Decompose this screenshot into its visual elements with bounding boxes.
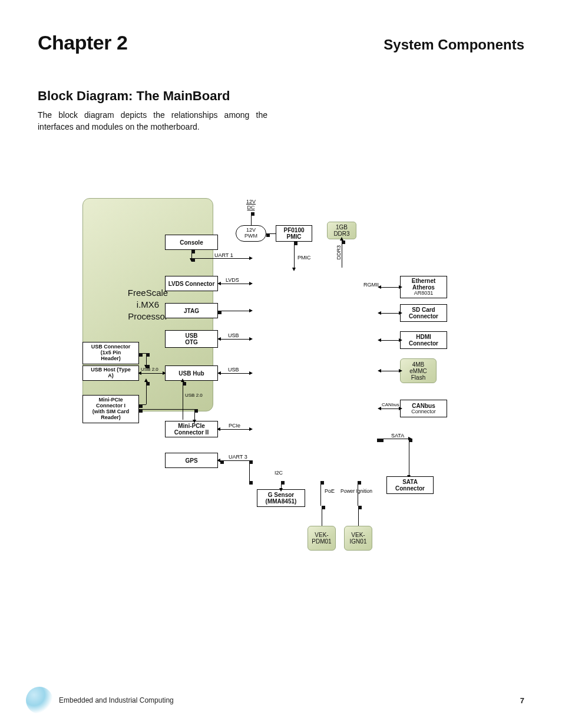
block-diagram: FreeScale i.MX6 Processor 12V DC 12V PWM… [82,198,471,587]
footer-page-number: 7 [520,696,524,705]
arrow-console-uart1-v [191,250,192,258]
arrow-canbus [381,409,399,409]
arrow-mpcie1-right-down [194,409,195,420]
block-12v-dc: 12V DC [240,198,262,212]
label-sata: SATA [391,433,404,439]
arrow-pwm-pmic [266,233,276,234]
arrow-usbhdr-down-v [146,353,147,365]
block-12v-pwm: 12V PWM [236,225,266,242]
footer-left: Embedded and Industrial Computing [26,687,174,714]
arrow-sata-down [409,439,409,475]
page: Chapter 2 System Components Block Diagra… [0,0,562,728]
block-sd-connector: SD Card Connector [400,304,447,322]
label-pmic: PMIC [297,255,311,261]
block-usb-hub: USB Hub [165,365,218,381]
label-canbus: CANbus [382,402,399,407]
arrow-12vdc-pwm [251,212,252,225]
arrow-vek-ign [358,506,359,526]
arrow-usb-hub [221,373,249,374]
label-lvds: LVDS [226,277,239,283]
block-mini-pcie-2: Mini-PCIe Connector II [165,421,218,437]
canbus-name: CANbus [412,403,435,409]
arrow-mpcie1-up-h [139,404,146,405]
arrow-emmc [381,371,399,371]
chapter-subtitle: System Components [384,37,524,53]
eth-name: Ethernet Atheros [412,278,436,291]
arrow-lvds [221,284,249,284]
block-canbus-connector: CANbus Connector [400,400,447,417]
arrow-proc-to-uart3 [249,460,250,481]
block-g-sensor: G Sensor (MMA8451) [257,489,305,507]
body-text: The block diagram depicts the relationsh… [38,110,267,133]
arrow-pmic-proc [294,242,295,268]
label-i2c: I2C [275,470,283,476]
label-pwrign: Power Ignition [340,488,372,494]
footer-text: Embedded and Industrial Computing [59,696,174,704]
eth-sub: AR8031 [414,291,434,297]
block-usb-connector-header: USB Connector (1x5 Pin Header) [82,342,139,364]
label-rgmii: RGMII [363,282,379,288]
block-sata-connector: SATA Connector [386,476,434,494]
arrow-usbhost-hub [141,373,163,374]
header: Chapter 2 System Components [38,21,524,54]
block-emmc: 4MB eMMC Flash [400,358,437,383]
footer-logo-icon [26,687,53,714]
arrow-sata-h [380,439,408,439]
section-title: Block Diagram: The MainBoard [38,88,524,104]
block-mini-pcie-1: Mini-PCIe Connector I (with SIM Card Rea… [82,395,139,423]
label-uart1: UART 1 [214,252,233,258]
label-usb20-b: USB 2.0 [185,393,203,398]
chapter-title: Chapter 2 [38,31,127,54]
arrow-vek-pdm [322,506,322,526]
block-usb-otg: USB OTG [165,330,218,348]
arrow-ddr3-proc [342,241,342,268]
label-usb20-a: USB 2.0 [141,367,158,372]
block-usb-host-typea: USB Host (Type A) [82,365,139,381]
arrow-rgmii [381,287,399,288]
block-hdmi-connector: HDMI Connector [400,331,447,349]
arrow-sd [381,313,399,314]
arrow-hdmi [381,340,399,341]
block-console: Console [165,235,218,250]
arrow-jtag [218,311,249,311]
arrow-usbhdr-down-h [139,353,146,354]
footer: Embedded and Industrial Computing 7 [26,687,524,714]
label-usb2: USB [228,367,239,373]
block-jtag: JTAG [165,303,218,318]
arrow-mpcie1-up [146,382,147,404]
label-uart3: UART 3 [229,454,247,460]
block-vek-pdm01: VEK- PDM01 [308,526,336,551]
arrow-uart1-proc [191,258,249,259]
block-ethernet: Ethernet Atheros AR8031 [400,276,447,298]
arrow-usb-otg [221,339,249,340]
canbus-sub: Connector [411,409,436,415]
arrow-i2c [281,481,282,488]
label-poe: PoE [325,488,335,494]
arrow-pcie [220,429,249,430]
block-pmic: PF0100 PMIC [276,225,312,242]
arrow-poe-stub [320,481,321,506]
arrow-mpcie1-right [139,409,194,410]
block-vek-ign01: VEK- IGN01 [344,526,372,551]
label-ddr3: DDR3 [336,245,342,260]
block-gps: GPS [165,453,218,468]
arrow-mpcie2-up [183,382,183,420]
block-lvds-connector: LVDS Connector [165,276,218,291]
arrow-gps [220,460,249,461]
label-pcie: PCIe [229,423,240,429]
label-usb: USB [228,332,239,338]
